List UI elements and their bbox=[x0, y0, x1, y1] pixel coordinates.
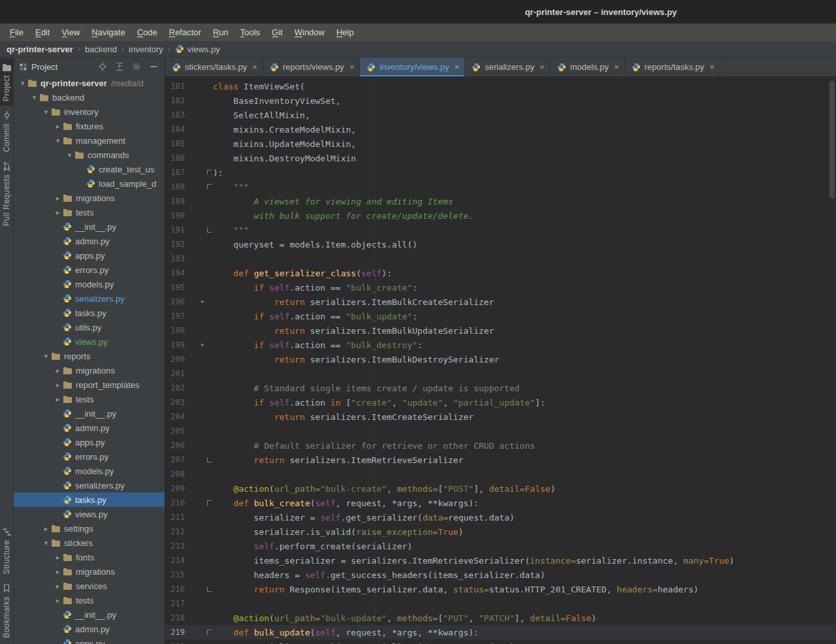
chevron-down-icon[interactable]: ▾ bbox=[65, 151, 74, 159]
code-line-213[interactable]: 213 self.perform_create(serializer) bbox=[165, 539, 836, 553]
menu-edit[interactable]: Edit bbox=[29, 25, 56, 39]
code-line-191[interactable]: 191 """ bbox=[165, 223, 836, 237]
stripe-commit[interactable]: Commit bbox=[0, 106, 13, 157]
tree-item-init-py[interactable]: __init__.py bbox=[14, 607, 165, 622]
chevron-right-icon[interactable]: ▸ bbox=[53, 395, 63, 404]
locate-icon[interactable] bbox=[98, 62, 107, 71]
tree-item-commands[interactable]: ▾commands bbox=[14, 148, 165, 162]
tree-item-admin-py[interactable]: admin.py bbox=[14, 421, 165, 435]
tree-item-tasks-py[interactable]: tasks.py bbox=[14, 306, 165, 320]
code-line-202[interactable]: 202 # Standard single items create / upd… bbox=[165, 381, 836, 395]
tree-item-serializers-py[interactable]: serializers.py bbox=[14, 291, 165, 306]
code-line-200[interactable]: 200 return serializers.ItemBulkDestroySe… bbox=[165, 352, 836, 366]
code-line-203[interactable]: 203 if self.action in ["create", "update… bbox=[165, 395, 836, 410]
tree-item-tests[interactable]: ▸tests bbox=[14, 392, 165, 406]
stripe-bookmarks[interactable]: Bookmarks bbox=[0, 579, 13, 643]
code-line-212[interactable]: 212 serializer.is_valid(raise_exception=… bbox=[165, 524, 836, 539]
code-line-210[interactable]: 210 def bulk_create(self, request, *args… bbox=[165, 496, 836, 510]
chevron-down-icon[interactable]: ▾ bbox=[41, 539, 51, 547]
tree-item-management[interactable]: ▾management bbox=[14, 133, 165, 148]
code-line-188[interactable]: 188 """ bbox=[165, 180, 836, 194]
code-line-220[interactable]: 220 serializer = self.get_serializer(dat… bbox=[165, 639, 836, 644]
chevron-right-icon[interactable]: ▸ bbox=[53, 568, 63, 576]
fold-region-end-icon[interactable] bbox=[207, 227, 212, 233]
tree-item-init-py[interactable]: __init__.py bbox=[14, 406, 165, 421]
chevron-down-icon[interactable]: ▾ bbox=[41, 352, 51, 361]
code-line-204[interactable]: 204 return serializers.ItemCreateSeriali… bbox=[165, 410, 836, 424]
tree-item-errors-py[interactable]: errors.py bbox=[14, 263, 165, 277]
chevron-right-icon[interactable]: ▸ bbox=[53, 553, 63, 562]
tree-item-tests[interactable]: ▸tests bbox=[14, 205, 165, 219]
fold-region-start-icon[interactable] bbox=[207, 170, 212, 175]
code-line-197[interactable]: 197 if self.action == "bulk_update": bbox=[165, 309, 836, 323]
menu-git[interactable]: Git bbox=[266, 25, 289, 39]
stripe-structure[interactable]: Structure bbox=[0, 523, 13, 579]
chevron-right-icon[interactable]: ▸ bbox=[53, 366, 63, 375]
tree-item-load-sample-d[interactable]: load_sample_d bbox=[14, 176, 165, 191]
tree-item-models-py[interactable]: models.py bbox=[14, 277, 165, 291]
tree-item-tests[interactable]: ▸tests bbox=[14, 593, 165, 607]
code-editor[interactable]: 181class ItemViewSet(182 BaseInventoryVi… bbox=[165, 77, 836, 644]
menu-tools[interactable]: Tools bbox=[234, 25, 266, 39]
collapse-all-icon[interactable] bbox=[115, 62, 124, 71]
code-line-186[interactable]: 186 mixins.DestroyModelMixin bbox=[165, 151, 836, 165]
tab-inventory-views-py[interactable]: inventory/views.py× bbox=[360, 57, 465, 76]
chevron-down-icon[interactable]: ▾ bbox=[53, 137, 63, 145]
code-line-219[interactable]: 219 def bulk_update(self, request, *args… bbox=[165, 625, 836, 639]
tree-item-views-py[interactable]: views.py bbox=[14, 334, 165, 349]
chevron-down-icon[interactable]: ▾ bbox=[29, 93, 39, 102]
tab-serializers-py[interactable]: serializers.py× bbox=[465, 57, 550, 76]
code-line-198[interactable]: 198 return serializers.ItemBulkUpdateSer… bbox=[165, 323, 836, 338]
code-line-195[interactable]: 195 if self.action == "bulk_create": bbox=[165, 280, 836, 295]
gutter-arrow-icon[interactable]: ▶ bbox=[201, 298, 204, 304]
tab-reports-tasks-py[interactable]: reports/tasks.py× bbox=[625, 57, 720, 76]
tree-item-fonts[interactable]: ▸fonts bbox=[14, 550, 165, 564]
editor-scrollbar[interactable] bbox=[829, 81, 835, 199]
tree-item-migrations[interactable]: ▸migrations bbox=[14, 191, 165, 205]
menu-view[interactable]: View bbox=[56, 25, 86, 39]
tree-item-init-py[interactable]: __init__.py bbox=[14, 219, 165, 234]
tree-item-create-test-us[interactable]: create_test_us bbox=[14, 162, 165, 176]
stripe-project[interactable]: Project bbox=[0, 59, 13, 106]
tree-item-admin-py[interactable]: admin.py bbox=[14, 234, 165, 248]
chevron-right-icon[interactable]: ▸ bbox=[53, 596, 63, 605]
fold-region-end-icon[interactable] bbox=[207, 587, 212, 592]
chevron-down-icon[interactable]: ▾ bbox=[18, 79, 27, 88]
close-tab-icon[interactable]: × bbox=[709, 63, 715, 71]
chevron-right-icon[interactable]: ▸ bbox=[53, 381, 63, 389]
tree-item-apps-py[interactable]: apps.py bbox=[14, 248, 165, 263]
tree-item-qr-printer-server[interactable]: ▾qr-printer-server/media/d bbox=[14, 76, 165, 90]
code-line-187[interactable]: 187): bbox=[165, 165, 836, 180]
chevron-right-icon[interactable]: ▸ bbox=[53, 122, 63, 131]
tree-item-models-py[interactable]: models.py bbox=[14, 464, 165, 478]
code-line-189[interactable]: 189 A viewset for viewing and editing It… bbox=[165, 194, 836, 208]
tree-item-views-py[interactable]: views.py bbox=[14, 507, 165, 521]
fold-region-end-icon[interactable] bbox=[207, 457, 212, 462]
tree-item-apps-py[interactable]: apps.py bbox=[14, 636, 165, 644]
tab-models-py[interactable]: models.py× bbox=[551, 57, 625, 76]
tree-item-fixtures[interactable]: ▸fixtures bbox=[14, 119, 165, 133]
breadcrumb-item-views-py[interactable]: views.py bbox=[175, 44, 220, 54]
tree-item-migrations[interactable]: ▸migrations bbox=[14, 363, 165, 378]
close-tab-icon[interactable]: × bbox=[349, 63, 355, 71]
chevron-right-icon[interactable]: ▸ bbox=[53, 582, 63, 590]
code-line-207[interactable]: 207 return serializers.ItemRetrieveSeria… bbox=[165, 453, 836, 467]
close-tab-icon[interactable]: × bbox=[252, 63, 257, 71]
tree-item-report-templates[interactable]: ▸report_templates bbox=[14, 378, 165, 392]
menu-help[interactable]: Help bbox=[330, 25, 360, 39]
fold-region-start-icon[interactable] bbox=[207, 184, 212, 189]
tree-item-inventory[interactable]: ▾inventory bbox=[14, 105, 165, 119]
tree-item-admin-py[interactable]: admin.py bbox=[14, 622, 165, 636]
tab-reports-views-py[interactable]: reports/views.py× bbox=[263, 57, 361, 76]
code-line-209[interactable]: 209 @action(url_path="bulk-create", meth… bbox=[165, 481, 836, 496]
breadcrumb-item-backend[interactable]: backend bbox=[85, 44, 117, 54]
tree-item-stickers[interactable]: ▾stickers bbox=[14, 536, 165, 550]
code-line-192[interactable]: 192 queryset = models.Item.objects.all() bbox=[165, 237, 836, 251]
tree-item-services[interactable]: ▸services bbox=[14, 579, 165, 593]
breadcrumb-item-qr-printer-server[interactable]: qr-printer-server bbox=[7, 44, 73, 54]
tree-item-serializers-py[interactable]: serializers.py bbox=[14, 478, 165, 492]
menu-run[interactable]: Run bbox=[207, 25, 234, 39]
chevron-down-icon[interactable]: ▾ bbox=[41, 108, 51, 116]
code-line-196[interactable]: 196▶ return serializers.ItemBulkCreateSe… bbox=[165, 295, 836, 309]
code-line-184[interactable]: 184 mixins.CreateModelMixin, bbox=[165, 122, 836, 137]
